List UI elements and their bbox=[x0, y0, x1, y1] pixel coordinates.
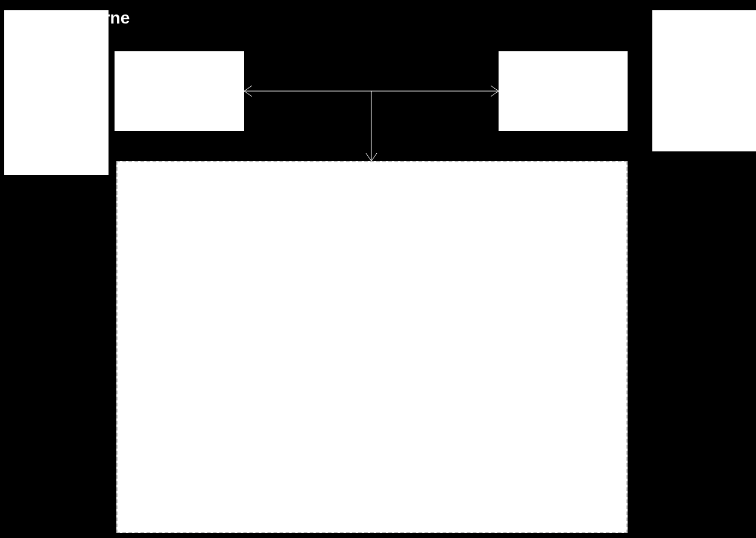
box-main bbox=[116, 161, 628, 533]
box-top-right bbox=[499, 51, 628, 131]
box-top-left bbox=[115, 51, 244, 131]
arrow-vertical-down bbox=[366, 91, 377, 161]
box-outer-left bbox=[4, 10, 109, 175]
box-outer-right bbox=[652, 10, 756, 151]
arrow-horizontal bbox=[244, 86, 499, 97]
